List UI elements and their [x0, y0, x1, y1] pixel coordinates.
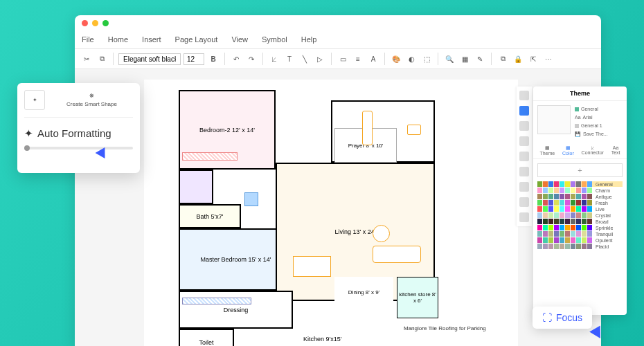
more-icon[interactable]: ⋯: [542, 53, 555, 65]
room-dressing[interactable]: Dressing: [179, 291, 293, 329]
palette-antique[interactable]: Antique: [537, 194, 623, 199]
auto-format-label: ✦Auto Formatting: [24, 127, 133, 140]
palette-tranquil[interactable]: Tranquil: [537, 231, 623, 237]
redo-icon[interactable]: ↷: [245, 53, 258, 65]
furniture-chair[interactable]: [407, 125, 421, 135]
palette-sprinkle[interactable]: Sprinkle: [537, 225, 623, 230]
palette-list: GeneralCharmAntiqueFreshLiveCrystalBroad…: [533, 181, 627, 250]
font-icon[interactable]: A: [367, 53, 379, 65]
menu-view[interactable]: View: [231, 35, 248, 44]
maximize-icon[interactable]: [102, 20, 109, 26]
palette-placid[interactable]: Placid: [537, 244, 623, 249]
furniture-sofa-large[interactable]: [373, 246, 421, 263]
sidebar-history-icon[interactable]: [519, 182, 529, 192]
fill-icon[interactable]: 🎨: [390, 53, 402, 65]
sidebar-style-icon[interactable]: [519, 121, 529, 131]
palette-fresh[interactable]: Fresh: [537, 200, 623, 206]
bold-icon[interactable]: B: [207, 53, 220, 65]
sink[interactable]: [244, 192, 258, 206]
palette-general[interactable]: General: [537, 181, 623, 187]
sparkle-button[interactable]: ✦: [24, 90, 45, 110]
toolbar: ✂ ⧉ B ↶ ↷ ⟀ T ╲ ▷ ▭ ≡ A 🎨 ◐ ⬚ 🔍 ▦ ✎ ⧉ 🔒 …: [75, 48, 601, 69]
label-kitchen: Kitchen 9'x15': [303, 336, 341, 343]
theme-panel: Theme General AaArial General 1 💾Save Th…: [533, 86, 627, 315]
palette-opulent[interactable]: Opulent: [537, 237, 623, 243]
minimize-icon[interactable]: [92, 20, 98, 26]
cut-icon[interactable]: ✂: [80, 53, 93, 65]
furniture-table[interactable]: [373, 225, 390, 242]
sidebar-theme-icon[interactable]: [519, 106, 529, 116]
tab-theme[interactable]: ▦Theme: [539, 145, 555, 156]
tab-connector[interactable]: ⟀Connector: [582, 145, 604, 156]
pen-icon[interactable]: ✎: [474, 53, 486, 65]
align-icon[interactable]: ≡: [352, 53, 364, 65]
palette-live[interactable]: Live: [537, 206, 623, 212]
sidebar-layers-icon[interactable]: [519, 136, 529, 146]
crop-icon[interactable]: ⬚: [420, 53, 433, 65]
room-toilet[interactable]: Toilet: [179, 329, 234, 346]
legend-arial: Arial: [583, 113, 593, 122]
menu-home[interactable]: Home: [108, 35, 128, 44]
palette-crystal[interactable]: Crystal: [537, 212, 623, 218]
sidebar-page-icon[interactable]: [519, 152, 529, 161]
legend-save[interactable]: Save The...: [583, 130, 608, 138]
legend-general1: General 1: [581, 122, 602, 130]
palette-broad[interactable]: Broad: [537, 219, 623, 224]
legend-general: General: [581, 105, 598, 113]
menu-symbol[interactable]: Symbol: [262, 35, 287, 44]
font-select[interactable]: [118, 53, 181, 65]
theme-legend: General AaArial General 1 💾Save The...: [575, 105, 623, 138]
titlebar: [75, 15, 601, 30]
size-select[interactable]: [184, 53, 204, 65]
sidebar-image-icon[interactable]: [519, 167, 529, 176]
room-kitchen-store[interactable]: kitchen store 8' x 6': [397, 277, 438, 318]
menubar: File Home Insert Page Layout View Symbol…: [75, 30, 601, 48]
focus-icon: ⛶: [542, 312, 552, 323]
auto-format-popup: ✦ ❋ Create Smart Shape ✦Auto Formatting: [17, 83, 140, 173]
theme-preview: General AaArial General 1 💾Save The...: [533, 101, 627, 143]
counter-1[interactable]: [182, 152, 238, 161]
menu-page-layout[interactable]: Page Layout: [175, 35, 218, 44]
theme-tabs: ▦Theme ▦Color ⟀Connector AaText: [533, 143, 627, 159]
sidebar-collapse-icon[interactable]: [519, 91, 529, 100]
room-bath1[interactable]: [179, 170, 213, 204]
line-icon[interactable]: ╲: [298, 53, 311, 65]
layers-icon[interactable]: ⧉: [497, 53, 509, 65]
search-icon[interactable]: 🔍: [443, 53, 456, 65]
pointer-icon[interactable]: ▷: [314, 53, 326, 65]
text-icon[interactable]: T: [283, 53, 296, 65]
palette-charm[interactable]: Charm: [537, 188, 623, 193]
label-manglore: Manglore Tile Roofing for Parking: [404, 325, 486, 331]
grid-icon[interactable]: ▦: [458, 53, 471, 65]
eyedropper-icon[interactable]: ◐: [405, 53, 418, 65]
auto-format-slider[interactable]: [24, 147, 133, 149]
right-sidebar: [517, 86, 532, 226]
furniture-sofa[interactable]: [362, 111, 373, 145]
floorplan: Bedroom-2 12' x 14' Study Prayer 8' x 10…: [179, 90, 504, 346]
paper: 30 ft Bedroom-2 12' x 14' Study Prayer 8…: [144, 80, 518, 346]
furniture-dining-table[interactable]: [293, 256, 331, 277]
lock-icon[interactable]: 🔒: [512, 53, 524, 65]
theme-title: Theme: [533, 86, 627, 101]
copy-icon[interactable]: ⧉: [96, 53, 108, 65]
room-bath2[interactable]: Bath 5'x7': [179, 204, 241, 228]
connector-icon[interactable]: ⟀: [268, 53, 280, 65]
sidebar-settings-icon[interactable]: [519, 212, 529, 222]
shape-icon[interactable]: ▭: [337, 53, 349, 65]
tab-color[interactable]: ▦Color: [562, 145, 574, 156]
theme-diagram-preview[interactable]: [537, 105, 571, 134]
focus-button[interactable]: ⛶ Focus: [533, 307, 592, 329]
create-smart-shape-button[interactable]: ❋ Create Smart Shape: [51, 90, 133, 110]
export-icon[interactable]: ⇱: [527, 53, 539, 65]
close-icon[interactable]: [82, 20, 88, 26]
undo-icon[interactable]: ↶: [230, 53, 242, 65]
menu-insert[interactable]: Insert: [142, 35, 161, 44]
counter-2[interactable]: [182, 298, 251, 304]
sidebar-magic-icon[interactable]: [519, 197, 529, 207]
room-dining[interactable]: Dining 8' x 9': [334, 277, 393, 308]
add-theme-button[interactable]: +: [537, 163, 623, 177]
menu-file[interactable]: File: [82, 35, 94, 44]
tab-text[interactable]: AaText: [611, 145, 620, 156]
menu-help[interactable]: Help: [301, 35, 317, 44]
